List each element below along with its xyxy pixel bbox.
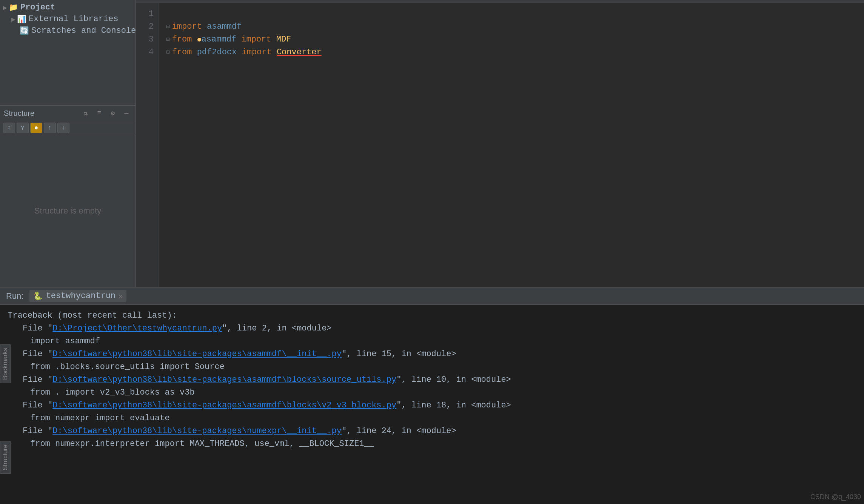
line-numbers: 1 2 3 4 (136, 3, 159, 287)
info-btn[interactable]: ● (30, 123, 42, 133)
run-content[interactable]: Traceback (most recent call last): File … (0, 305, 864, 504)
tree-item-project[interactable]: ▶ 📁 Project (0, 2, 136, 13)
file-link-2[interactable]: D:\software\python38\lib\site-packages\a… (52, 349, 342, 359)
traceback-file-2: File "D:\software\python38\lib\site-pack… (8, 348, 856, 361)
module-asammdf: asammdf (207, 20, 242, 33)
traceback-code-2: from .blocks.source_utils import Source (8, 361, 856, 373)
traceback-file-3: File "D:\software\python38\lib\site-pack… (8, 373, 856, 386)
csdn-badge: CSDN @q_4030 (810, 493, 861, 501)
scratch-icon: 🔄 (20, 26, 29, 35)
cursor-dot (197, 38, 201, 41)
traceback-code-3: from . import v2_v3_blocks as v3b (8, 386, 856, 399)
traceback-file-5: File "D:\software\python38\lib\site-pack… (8, 425, 856, 438)
keyword-import2: import (241, 33, 271, 46)
module-pdf2docx: pdf2docx (197, 46, 237, 59)
traceback-file-1: File "D:\Project\Other\testwhycantrun.py… (8, 322, 856, 335)
arrow-icon: ▶ (3, 3, 7, 12)
project-label: Project (20, 3, 55, 12)
arrow-icon-ext: ▶ (11, 15, 15, 23)
fold-icon-4: ⊟ (166, 46, 170, 59)
editor-area: 1 2 3 4 ⊟ import asammdf ⊟ (136, 0, 864, 287)
keyword-import: import (172, 20, 202, 33)
structure-strip[interactable]: Structure (0, 441, 11, 474)
editor-content[interactable]: 1 2 3 4 ⊟ import asammdf ⊟ (136, 3, 864, 287)
sort-btn[interactable]: ↕ (3, 123, 15, 133)
run-tab[interactable]: 🐍 testwhycantrun ✕ (29, 290, 126, 302)
code-line-3: ⊟ from asammdf import MDF (166, 33, 856, 46)
file-link-5[interactable]: D:\software\python38\lib\site-packages\n… (52, 426, 342, 436)
class-mdf: MDF (276, 33, 291, 46)
fold-icon-2: ⊟ (166, 20, 170, 33)
code-line-1 (166, 8, 856, 20)
folder-icon: 📁 (9, 3, 18, 12)
file-link-4[interactable]: D:\software\python38\lib\site-packages\a… (52, 401, 396, 410)
library-icon: 📊 (17, 14, 26, 24)
project-tree: ▶ 📁 Project ▶ 📊 External Libraries 🔄 Scr… (0, 0, 136, 38)
traceback-code-4: from numexpr import evaluate (8, 412, 856, 425)
file-link-3[interactable]: D:\software\python38\lib\site-packages\a… (52, 375, 396, 384)
scratches-label: Scratches and Consoles (31, 26, 136, 35)
keyword-import3: import (242, 46, 271, 59)
structure-toolbar: ↕ Y ● ↑ ↓ (0, 121, 136, 135)
structure-panel: Structure ⇅ ≡ ⚙ — ↕ Y ● ↑ ↓ Structure is… (0, 106, 136, 287)
file-link-1[interactable]: D:\Project\Other\testwhycantrun.py (52, 324, 222, 333)
keyword-from: from (172, 33, 192, 46)
python-icon: 🐍 (33, 291, 43, 301)
traceback-code-5: from numexpr.interpreter import MAX_THRE… (8, 438, 856, 450)
filter-btn[interactable]: ≡ (94, 108, 105, 118)
editor-tabs (136, 0, 864, 3)
keyword-from2: from (172, 46, 192, 59)
fold-icon-3: ⊟ (166, 33, 170, 46)
external-libraries-label: External Libraries (29, 14, 119, 24)
tree-item-scratches[interactable]: 🔄 Scratches and Consoles (0, 25, 136, 37)
run-tab-label: testwhycantrun (46, 291, 116, 301)
sort-alpha-btn[interactable]: ⇅ (80, 108, 91, 118)
run-header: Run: 🐍 testwhycantrun ✕ (0, 287, 864, 305)
bookmarks-strip[interactable]: Bookmarks (0, 344, 11, 383)
settings-btn[interactable]: ⚙ (108, 108, 118, 118)
run-panel: Run: 🐍 testwhycantrun ✕ Traceback (most … (0, 287, 864, 504)
code-line-4: ⊟ from pdf2docx import Converter (166, 46, 856, 59)
run-label: Run: (6, 291, 23, 301)
project-panel: ▶ 📁 Project ▶ 📊 External Libraries 🔄 Scr… (0, 0, 136, 106)
up-btn[interactable]: ↑ (44, 123, 56, 133)
traceback-file-4: File "D:\software\python38\lib\site-pack… (8, 399, 856, 412)
traceback-header: Traceback (most recent call last): (8, 309, 856, 322)
code-line-2: ⊟ import asammdf (166, 20, 856, 33)
structure-title: Structure (4, 109, 77, 118)
filter-y-btn[interactable]: Y (17, 123, 29, 133)
minimize-btn[interactable]: — (121, 108, 132, 118)
traceback-code-1: import asammdf (8, 335, 856, 348)
structure-header: Structure ⇅ ≡ ⚙ — (0, 106, 136, 121)
tree-item-external-libraries[interactable]: ▶ 📊 External Libraries (0, 13, 136, 25)
code-area[interactable]: ⊟ import asammdf ⊟ from asammdf import M… (159, 3, 864, 287)
structure-empty-message: Structure is empty (0, 135, 136, 287)
run-tab-close[interactable]: ✕ (119, 292, 123, 300)
module-asammdf2: asammdf (202, 33, 236, 46)
sidebar: ▶ 📁 Project ▶ 📊 External Libraries 🔄 Scr… (0, 0, 136, 287)
down-btn[interactable]: ↓ (57, 123, 69, 133)
class-converter: Converter (277, 46, 322, 59)
main-area: ▶ 📁 Project ▶ 📊 External Libraries 🔄 Scr… (0, 0, 864, 287)
